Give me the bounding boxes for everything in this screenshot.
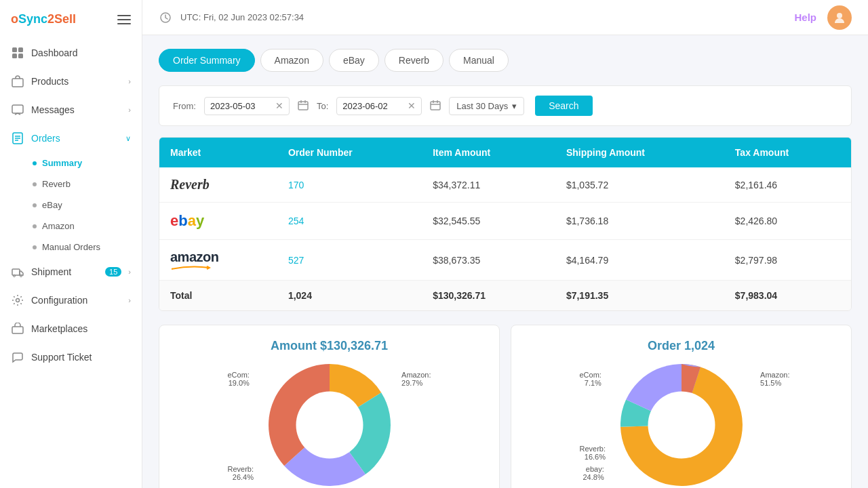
table-total-row: Total 1,024 $130,326.71 $7,191.35 $7,983… [159, 281, 851, 311]
sidebar-item-products[interactable]: Products › [0, 67, 142, 96]
amazon-logo: amazon [170, 249, 267, 270]
tab-bar: Order Summary Amazon eBay Reverb Manual [159, 49, 852, 72]
config-icon [11, 293, 24, 307]
amount-chart-card: Amount $130,326.71 [159, 325, 500, 488]
filter-bar: From: ✕ To: ✕ Last 30 Days ▾ Search [159, 85, 852, 126]
amazon-label: Amazon: 29.7% [401, 371, 431, 387]
support-icon [11, 350, 24, 364]
hamburger-button[interactable] [117, 15, 131, 24]
submenu-label: eBay [42, 200, 62, 210]
sidebar-item-manual[interactable]: Manual Orders [0, 237, 142, 258]
total-shipping: $7,191.35 [555, 281, 724, 311]
amount-donut: Amazon: 29.7% eCom: 19.0% Reverb: 26.4% [269, 364, 391, 488]
item-amount-cell: $32,545.55 [422, 203, 555, 240]
order-number-cell: 170 [277, 167, 422, 203]
svg-point-12 [20, 275, 22, 277]
tab-order-summary[interactable]: Order Summary [159, 49, 255, 72]
submenu-label: Reverb [42, 179, 71, 189]
sidebar-item-dashboard[interactable]: Dashboard [0, 39, 142, 67]
dot [33, 203, 37, 207]
help-link[interactable]: Help [794, 12, 816, 23]
sidebar-item-label: Support Ticket [31, 352, 131, 363]
sidebar-item-reverb[interactable]: Reverb [0, 174, 142, 195]
sidebar-item-label: Orders [31, 133, 119, 144]
date-range-dropdown[interactable]: Last 30 Days ▾ [449, 97, 524, 115]
svg-point-13 [16, 299, 20, 302]
logo-area: oSync2Sell [0, 0, 142, 39]
col-item-amount: Item Amount [422, 138, 555, 167]
chevron-right-icon: › [128, 106, 131, 114]
order-chart-title: Order 1,024 [525, 339, 837, 353]
amount-chart-title: Amount $130,326.71 [173, 339, 486, 353]
sidebar-item-label: Marketplaces [31, 323, 131, 334]
to-clear-button[interactable]: ✕ [408, 101, 416, 110]
item-amount-cell: $34,372.11 [422, 167, 555, 203]
content-area: Order Summary Amazon eBay Reverb Manual … [142, 35, 868, 488]
dot [33, 182, 37, 186]
sidebar-item-label: Products [31, 76, 121, 87]
orders-icon [11, 131, 24, 145]
market-cell: Reverb [159, 167, 277, 203]
svg-rect-3 [18, 54, 23, 58]
table-row: Reverb 170 $34,372.11 $1,035.72 $2,161.4… [159, 167, 851, 203]
orders-table: Market Order Number Item Amount Shipping… [159, 137, 852, 311]
date-range-label: Last 30 Days [456, 101, 508, 111]
to-calendar-button[interactable] [430, 100, 441, 113]
tab-ebay[interactable]: eBay [329, 49, 379, 72]
dot [33, 224, 37, 228]
submenu-label: Manual Orders [42, 242, 100, 252]
clock-icon [159, 11, 172, 24]
search-button[interactable]: Search [535, 96, 592, 116]
marketplaces-icon [11, 322, 24, 336]
main-area: UTC: Fri, 02 Jun 2023 02:57:34 Help Orde… [142, 0, 868, 488]
from-clear-button[interactable]: ✕ [275, 101, 283, 110]
sidebar-item-label: Messages [31, 104, 121, 115]
order-chart-card: Order 1,024 [511, 325, 852, 488]
sidebar-item-marketplaces[interactable]: Marketplaces [0, 314, 142, 343]
reverb-order-label: Reverb: 16.6% [580, 445, 606, 461]
sidebar-item-summary[interactable]: Summary [0, 152, 142, 174]
svg-rect-1 [18, 47, 23, 52]
sidebar-item-label: Configuration [31, 295, 121, 306]
products-icon [11, 75, 24, 88]
to-date-input[interactable] [342, 101, 403, 111]
ecom-order-label: eCom: 7.1% [580, 371, 601, 387]
tab-manual[interactable]: Manual [449, 49, 509, 72]
to-label: To: [317, 101, 328, 111]
order-donut: Amazon: 51.5% eCom: 7.1% Reverb: 16.6% [620, 364, 743, 488]
chevron-right-icon: › [128, 268, 131, 276]
tab-amazon[interactable]: Amazon [260, 49, 323, 72]
ecom-label: eCom: 19.0% [228, 371, 250, 387]
tab-reverb[interactable]: Reverb [384, 49, 443, 72]
reverb-label: Reverb: 26.4% [228, 465, 254, 481]
sidebar-item-messages[interactable]: Messages › [0, 96, 142, 124]
from-calendar-button[interactable] [298, 100, 309, 113]
sidebar-item-ebay[interactable]: eBay [0, 195, 142, 216]
tax-amount-cell: $2,426.80 [724, 203, 851, 240]
table-row: amazon 527 $38,673.35 $4,164.79 $2,797.9… [159, 240, 851, 281]
sidebar-item-amazon[interactable]: Amazon [0, 216, 142, 237]
svg-rect-0 [12, 47, 17, 52]
header-right: Help [794, 5, 852, 30]
svg-rect-21 [431, 102, 440, 110]
sidebar-item-label: Dashboard [31, 47, 131, 58]
from-date-input[interactable] [210, 101, 271, 111]
from-label: From: [173, 101, 196, 111]
logo: oSync2Sell [11, 12, 76, 26]
user-avatar[interactable] [827, 5, 852, 30]
sidebar-item-shipment[interactable]: Shipment 15 › [0, 258, 142, 286]
col-order-number: Order Number [277, 138, 422, 167]
sidebar: oSync2Sell Dashboard Products › Messages… [0, 0, 142, 488]
header-time: UTC: Fri, 02 Jun 2023 02:57:34 [180, 12, 304, 22]
svg-point-16 [837, 13, 842, 18]
market-cell: ebay [159, 203, 277, 240]
tax-amount-cell: $2,797.98 [724, 240, 851, 281]
sidebar-item-orders[interactable]: Orders ∨ [0, 124, 142, 152]
submenu-label: Summary [42, 158, 82, 168]
to-date-wrap: ✕ [336, 97, 422, 115]
sidebar-item-label: Shipment [31, 266, 96, 277]
sidebar-item-support[interactable]: Support Ticket [0, 343, 142, 371]
shipment-badge: 15 [105, 267, 121, 277]
sidebar-item-configuration[interactable]: Configuration › [0, 286, 142, 314]
orders-submenu: Summary Reverb eBay Amazon Manual Orders [0, 152, 142, 258]
